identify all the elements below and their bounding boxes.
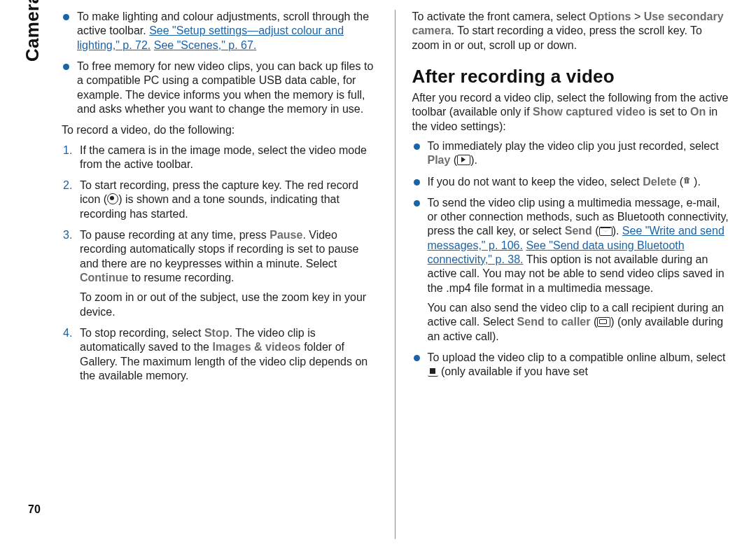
- bullet-delete: If you do not want to keep the video, se…: [412, 175, 732, 189]
- page-number: 70: [28, 503, 41, 517]
- label-stop: Stop: [204, 327, 230, 339]
- bullet-upload: To upload the video clip to a compatible…: [412, 351, 732, 379]
- step-3: To pause recording at any time, press Pa…: [62, 228, 381, 319]
- record-icon: [107, 193, 118, 204]
- step-3-zoom: To zoom in or out of the subject, use th…: [80, 291, 366, 317]
- label-options: Options: [589, 10, 631, 22]
- play-icon: [457, 155, 470, 165]
- after-intro: After you record a video clip, select th…: [412, 91, 732, 134]
- label-images-videos: Images & videos: [212, 341, 300, 353]
- delete-icon: [683, 178, 694, 187]
- heading-after-recording: After recording a video: [412, 65, 732, 88]
- right-column: To activate the front camera, select Opt…: [396, 10, 732, 539]
- left-column: To make lighting and colour adjustments,…: [52, 10, 396, 539]
- send-icon: [599, 227, 612, 236]
- label-send: Send: [565, 225, 592, 237]
- label-play: Play: [428, 154, 451, 166]
- bullet-lighting: To make lighting and colour adjustments,…: [62, 10, 381, 52]
- content-columns: To make lighting and colour adjustments,…: [52, 10, 731, 539]
- send-to-caller-icon: [597, 317, 610, 327]
- label-pause: Pause: [270, 229, 302, 241]
- step-4: To stop recording, select Stop. The vide…: [62, 326, 381, 383]
- upload-icon: [428, 367, 438, 377]
- label-send-to-caller: Send to caller: [517, 316, 591, 328]
- label-on: On: [690, 106, 706, 118]
- front-camera-paragraph: To activate the front camera, select Opt…: [412, 10, 732, 52]
- label-continue: Continue: [80, 272, 128, 284]
- label-delete: Delete: [643, 176, 676, 188]
- page: Camera 70 To make lighting and colour ad…: [0, 0, 756, 546]
- bullet-send: To send the video clip using a multimedi…: [412, 196, 732, 344]
- link-scenes[interactable]: See "Scenes," p. 67.: [154, 39, 257, 51]
- step-2: To start recording, press the capture ke…: [62, 178, 381, 221]
- step-1: If the camera is in the image mode, sele…: [62, 144, 381, 172]
- sidebar: Camera 70: [10, 10, 52, 539]
- section-tab-label: Camera: [21, 0, 44, 62]
- bullet-play: To immediately play the video clip you j…: [412, 139, 732, 168]
- bullet-free-memory: To free memory for new video clips, you …: [62, 59, 381, 116]
- label-show-captured: Show captured video: [533, 106, 645, 118]
- record-intro: To record a video, do the following:: [62, 123, 381, 137]
